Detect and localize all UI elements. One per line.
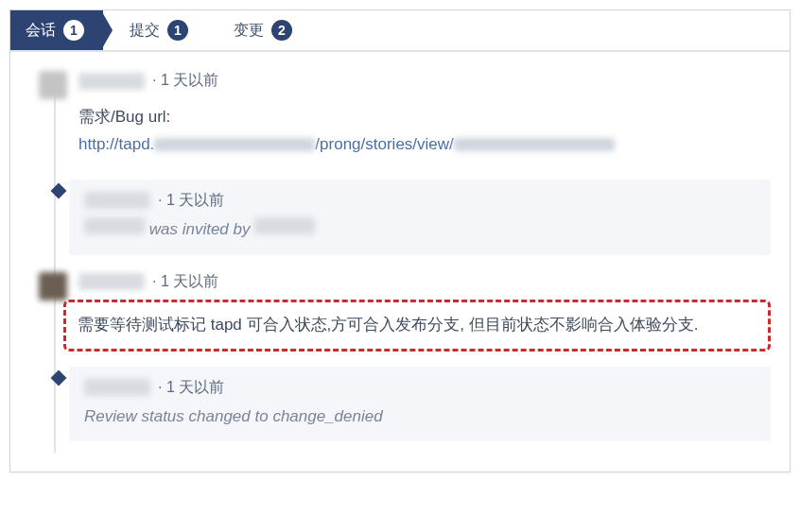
url-redacted [154, 138, 315, 151]
tab-label: 会话 [26, 21, 56, 41]
tab-commits[interactable]: 提交 1 [107, 10, 207, 50]
username-redacted [84, 379, 150, 396]
username-redacted [254, 217, 315, 234]
tab-badge: 1 [167, 20, 188, 41]
entry-time: · 1 天以前 [158, 378, 224, 398]
username-redacted [84, 217, 145, 234]
username-redacted [84, 192, 150, 209]
entry-header: · 1 天以前 [84, 191, 756, 211]
tab-badge: 2 [271, 20, 292, 41]
timeline-entry: · 1 天以前 was invited by [69, 180, 771, 255]
timeline-entry: · 1 天以前 需要等待测试标记 tapd 可合入状态,方可合入发布分支, 但目… [63, 272, 771, 352]
bug-url-link[interactable]: http://tapd./prong/stories/view/ [78, 131, 752, 159]
entry-header: · 1 天以前 [84, 378, 756, 398]
url-text-mid: /prong/stories/view/ [315, 135, 453, 153]
invite-text: was invited by [145, 220, 254, 238]
tab-badge: 1 [63, 20, 84, 41]
tab-label: 提交 [130, 21, 160, 41]
entry-body: 需要等待测试标记 tapd 可合入状态,方可合入发布分支, 但目前状态不影响合入… [74, 304, 760, 347]
timeline-entry: · 1 天以前 Review status changed to change_… [69, 367, 771, 442]
entry-time: · 1 天以前 [152, 272, 218, 292]
timeline-entry: · 1 天以前 需求/Bug url: http://tapd./prong/s… [63, 71, 771, 168]
tab-bar: 会话 1 提交 1 变更 2 [10, 10, 790, 52]
entry-time: · 1 天以前 [158, 191, 224, 211]
url-redacted [454, 138, 615, 151]
tab-label: 变更 [234, 21, 264, 41]
avatar [39, 272, 67, 300]
entry-header: · 1 天以前 [63, 272, 771, 292]
timeline: · 1 天以前 需求/Bug url: http://tapd./prong/s… [10, 52, 790, 472]
entry-header: · 1 天以前 [63, 71, 771, 91]
entry-body: 需求/Bug url: http://tapd./prong/stories/v… [63, 98, 771, 168]
tab-changes[interactable]: 变更 2 [211, 10, 311, 50]
avatar [39, 71, 67, 99]
url-label: 需求/Bug url: [78, 104, 752, 131]
activity-panel: 会话 1 提交 1 变更 2 · 1 天以前 需求/Bug url: http:… [9, 9, 791, 472]
username-redacted [78, 273, 145, 290]
entry-body: was invited by [84, 216, 756, 244]
entry-body: Review status changed to change_denied [84, 403, 756, 431]
username-redacted [78, 73, 145, 90]
tab-conversation[interactable]: 会话 1 [10, 10, 103, 50]
entry-time: · 1 天以前 [152, 71, 218, 91]
highlight-annotation: 需要等待测试标记 tapd 可合入状态,方可合入发布分支, 但目前状态不影响合入… [63, 300, 771, 352]
url-text-prefix: http://tapd. [78, 135, 154, 153]
